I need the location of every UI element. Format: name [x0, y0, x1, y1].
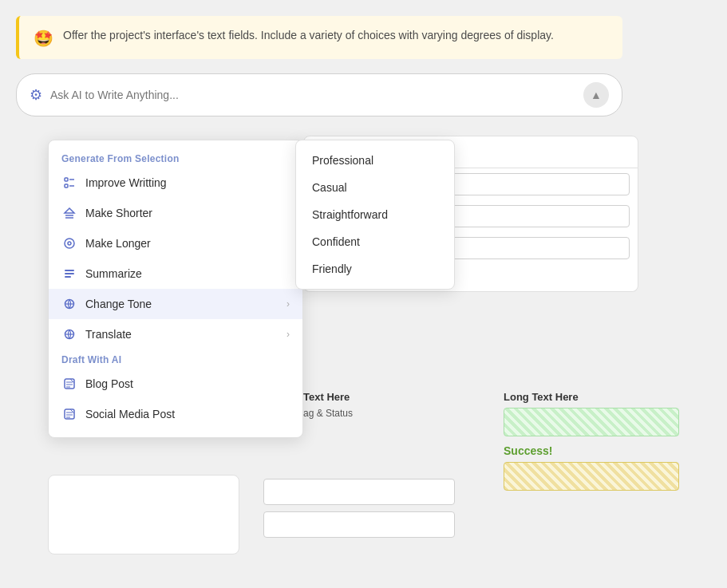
- mid-input-2[interactable]: [263, 511, 455, 538]
- menu-item-blog-post[interactable]: Blog Post: [49, 369, 302, 399]
- success-label: Success!: [504, 444, 679, 457]
- improve-writing-label: Improve Writting: [85, 176, 290, 189]
- notification-banner: 🤩 Offer the project's interface's text f…: [16, 16, 622, 59]
- blog-post-label: Blog Post: [85, 377, 290, 390]
- menu-item-change-tone[interactable]: Change Tone ›: [49, 289, 302, 319]
- menu-item-make-longer[interactable]: Make Longer: [49, 228, 302, 258]
- make-longer-label: Make Longer: [85, 237, 290, 250]
- menu-item-improve-writing[interactable]: Improve Writting: [49, 168, 302, 198]
- submenu-item-casual[interactable]: Casual: [296, 174, 454, 201]
- submenu-item-professional[interactable]: Professional: [296, 147, 454, 174]
- change-tone-arrow-icon: ›: [286, 298, 290, 310]
- menu-item-summarize[interactable]: Summarize: [49, 258, 302, 289]
- mid-input-1[interactable]: [263, 479, 455, 505]
- ai-send-button[interactable]: ▲: [583, 82, 609, 108]
- text-here-label: Text Here: [303, 391, 463, 403]
- svg-marker-4: [65, 208, 74, 213]
- summarize-icon: [61, 266, 77, 282]
- translate-arrow-icon: ›: [286, 329, 290, 340]
- make-shorter-icon: [61, 205, 77, 221]
- send-icon: ▲: [591, 89, 602, 101]
- submenu-item-confident[interactable]: Confident: [296, 228, 454, 255]
- improve-writing-icon: [61, 175, 77, 191]
- mid-inputs: [263, 479, 455, 544]
- blog-post-icon: [61, 376, 77, 392]
- svg-rect-0: [65, 178, 68, 181]
- svg-rect-11: [65, 276, 71, 278]
- svg-point-8: [68, 242, 71, 245]
- ai-sparkle-icon: ⚙: [30, 86, 42, 104]
- section-generate-label: Generate From Selection: [49, 148, 302, 168]
- notification-emoji-icon: 🤩: [34, 29, 53, 48]
- text-here-section: Text Here ag & Status: [303, 391, 463, 419]
- social-media-label: Social Media Post: [85, 408, 290, 420]
- notification-text: Offer the project's interface's text fie…: [63, 27, 554, 44]
- translate-icon: [61, 326, 77, 342]
- menu-item-make-shorter[interactable]: Make Shorter: [49, 198, 302, 228]
- social-media-icon: [61, 406, 77, 422]
- change-tone-icon: [61, 296, 77, 312]
- long-text-label: Long Text Here: [504, 391, 679, 403]
- change-tone-label: Change Tone: [85, 298, 279, 310]
- yellow-status-box: [504, 462, 679, 491]
- section-draft-label: Draft With AI: [49, 349, 302, 369]
- right-column: Long Text Here Success!: [504, 391, 679, 491]
- menu-item-translate[interactable]: Translate ›: [49, 319, 302, 349]
- make-shorter-label: Make Shorter: [85, 207, 290, 219]
- svg-point-7: [65, 239, 74, 248]
- submenu-item-straightforward[interactable]: Straightforward: [296, 201, 454, 228]
- submenu-item-friendly[interactable]: Friendly: [296, 255, 454, 282]
- translate-label: Translate: [85, 328, 279, 341]
- main-menu: Generate From Selection Improve Writting: [48, 140, 303, 438]
- make-longer-icon: [61, 235, 77, 251]
- ai-input[interactable]: [50, 89, 575, 101]
- svg-rect-9: [65, 270, 74, 271]
- ai-input-bar: ⚙ ▲: [16, 73, 622, 116]
- svg-rect-10: [65, 273, 74, 274]
- tag-status-label: ag & Status: [303, 408, 463, 419]
- summarize-label: Summarize: [85, 267, 290, 280]
- left-bottom-card: [48, 475, 239, 554]
- menu-item-social-media[interactable]: Social Media Post: [49, 399, 302, 429]
- green-status-box: [504, 408, 679, 436]
- svg-rect-1: [65, 184, 68, 187]
- change-tone-submenu: Professional Casual Straightforward Conf…: [295, 140, 455, 290]
